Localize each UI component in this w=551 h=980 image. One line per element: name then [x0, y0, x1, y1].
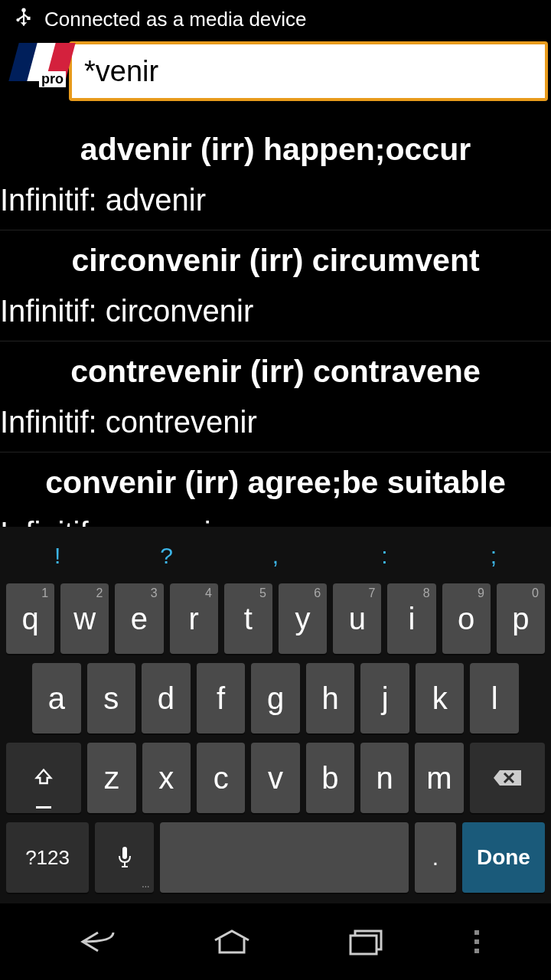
- list-item[interactable]: circonvenir (irr) circumvent Infinitif: …: [0, 230, 551, 341]
- suggestion-row: ! ? , : ;: [3, 533, 548, 579]
- key-b[interactable]: b: [306, 743, 354, 813]
- svg-rect-4: [122, 847, 127, 859]
- key-o[interactable]: o9: [442, 583, 491, 654]
- key-t[interactable]: t5: [224, 583, 272, 654]
- search-input[interactable]: [69, 41, 548, 101]
- key-h[interactable]: h: [306, 663, 355, 733]
- key-z[interactable]: z: [87, 743, 135, 813]
- suggestion-key[interactable]: ?: [112, 543, 220, 569]
- status-text: Connected as a media device: [44, 8, 307, 31]
- key-v[interactable]: v: [251, 743, 299, 813]
- key-l[interactable]: l: [470, 663, 519, 733]
- mode-key[interactable]: ?123: [6, 822, 89, 893]
- result-subtitle: Infinitif: contrevenir: [0, 399, 551, 452]
- suggestion-key[interactable]: !: [3, 543, 112, 569]
- result-subtitle: Infinitif: circonvenir: [0, 288, 551, 341]
- key-c[interactable]: c: [197, 743, 245, 813]
- svg-point-2: [16, 18, 19, 21]
- key-w[interactable]: w2: [60, 583, 109, 654]
- list-item[interactable]: advenir (irr) happen;occur Infinitif: ad…: [0, 119, 551, 230]
- mic-key[interactable]: ...: [95, 822, 154, 893]
- back-button[interactable]: [67, 923, 129, 961]
- key-q[interactable]: q1: [6, 583, 54, 654]
- key-g[interactable]: g: [251, 663, 300, 733]
- result-title: circonvenir (irr) circumvent: [0, 230, 551, 288]
- key-i[interactable]: i8: [387, 583, 435, 654]
- result-title: contrevenir (irr) contravene: [0, 341, 551, 399]
- pro-label: pro: [39, 71, 66, 87]
- svg-rect-3: [27, 17, 30, 20]
- key-s[interactable]: s: [87, 663, 136, 733]
- result-title: advenir (irr) happen;occur: [0, 119, 551, 177]
- home-button[interactable]: [201, 923, 262, 961]
- keyboard-row-2: asdfghjkl: [3, 658, 548, 738]
- keyboard-row-3: zxcvbnm: [3, 738, 548, 818]
- suggestion-key[interactable]: :: [330, 543, 439, 569]
- key-r[interactable]: r4: [170, 583, 218, 654]
- suggestion-key[interactable]: ;: [439, 543, 548, 569]
- key-u[interactable]: u7: [333, 583, 381, 654]
- period-key[interactable]: .: [415, 822, 456, 893]
- key-x[interactable]: x: [142, 743, 191, 813]
- done-key[interactable]: Done: [462, 822, 545, 893]
- result-subtitle: Infinitif: advenir: [0, 177, 551, 230]
- navigation-bar: [0, 903, 551, 980]
- keyboard-row-1: q1w2e3r4t5y6u7i8o9p0: [3, 579, 548, 658]
- usb-icon: [12, 8, 35, 31]
- result-title: convenir (irr) agree;be suitable: [0, 452, 551, 510]
- key-n[interactable]: n: [360, 743, 409, 813]
- key-y[interactable]: y6: [279, 583, 327, 654]
- search-row: pro: [0, 38, 551, 104]
- keyboard-row-4: ?123 ... . Done: [3, 818, 548, 897]
- status-bar: Connected as a media device: [0, 0, 551, 38]
- recent-apps-button[interactable]: [335, 923, 396, 961]
- key-d[interactable]: d: [142, 663, 191, 733]
- keyboard: ! ? , : ; q1w2e3r4t5y6u7i8o9p0 asdfghjkl…: [0, 527, 551, 903]
- svg-rect-7: [350, 936, 377, 954]
- key-p[interactable]: p0: [497, 583, 545, 654]
- menu-button[interactable]: [469, 923, 484, 961]
- suggestion-key[interactable]: ,: [221, 543, 330, 569]
- key-a[interactable]: a: [32, 663, 81, 733]
- key-e[interactable]: e3: [115, 583, 163, 654]
- list-item[interactable]: contrevenir (irr) contravene Infinitif: …: [0, 341, 551, 452]
- key-k[interactable]: k: [416, 663, 465, 733]
- space-key[interactable]: [160, 822, 408, 893]
- key-j[interactable]: j: [360, 663, 409, 733]
- key-f[interactable]: f: [197, 663, 246, 733]
- shift-key[interactable]: [6, 743, 81, 813]
- backspace-key[interactable]: [470, 743, 545, 813]
- app-icon[interactable]: pro: [3, 40, 66, 103]
- key-m[interactable]: m: [415, 743, 463, 813]
